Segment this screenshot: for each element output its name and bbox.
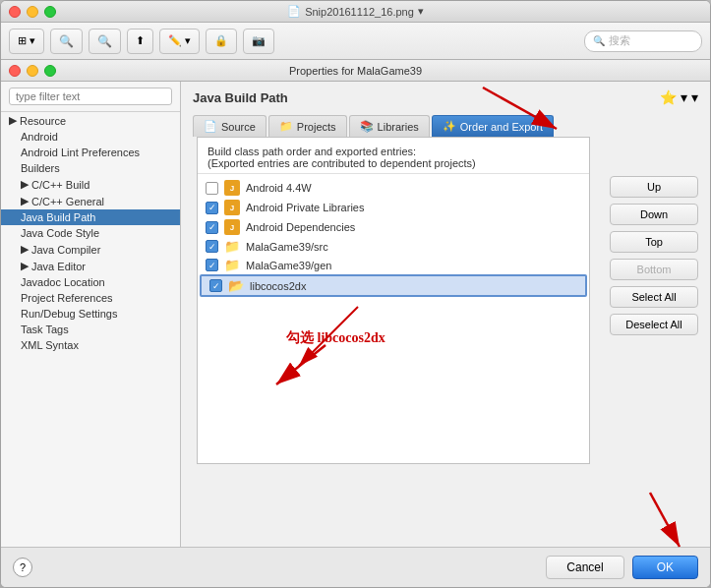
item-label: MalaGame39/src [246,241,328,253]
header-icon-2[interactable]: ▾ [681,89,687,105]
edit-button[interactable]: ✏️▾ [159,29,200,54]
search-placeholder: 搜索 [609,33,630,48]
right-panel: Java Build Path ⭐ ▾ ▾ 📄 Source [181,82,710,547]
item-label: Android 4.4W [246,182,312,194]
item-checkbox-android44w[interactable] [206,182,218,195]
zoom-in-icon: 🔍 [97,34,112,48]
nav-button[interactable]: ⊞▾ [9,29,44,54]
zoom-out-button[interactable]: 🔍 [50,29,83,54]
search-icon: 🔍 [593,35,605,46]
window-maximize-button[interactable] [44,65,56,77]
sidebar-item-javadoc[interactable]: Javadoc Location [1,274,180,290]
window-minimize-button[interactable] [27,65,38,77]
panel-inner: Java Build Path ⭐ ▾ ▾ 📄 Source [181,82,710,547]
tab-source[interactable]: 📄 Source [193,115,267,137]
item-checkbox-private-libs[interactable] [206,202,218,214]
content-description: Build class path order and exported entr… [198,138,589,174]
list-item: J Android Dependencies [198,217,589,237]
sidebar-item-cpp-general[interactable]: ▶ C/C++ General [1,193,180,209]
sidebar-item-java-code-style[interactable]: Java Code Style [1,225,180,241]
list-item: J Android 4.4W [198,178,589,198]
deselect-all-button[interactable]: Deselect All [610,314,698,335]
tree-arrow-icon: ▶ [21,243,29,256]
sidebar-item-java-editor[interactable]: ▶ Java Editor [1,258,180,274]
sidebar-item-java-build-path[interactable]: Java Build Path [1,209,180,225]
item-checkbox-src[interactable] [206,240,218,253]
sidebar-item-xml-syntax[interactable]: XML Syntax [1,337,180,353]
list-item: 📁 MalaGame39/gen [198,256,589,274]
folder-icon: 📁 [224,258,240,272]
window-close-button[interactable] [9,65,21,77]
jar-icon: J [224,180,240,196]
dropdown-arrow-icon[interactable]: ▾ [418,5,424,18]
sidebar-item-resource[interactable]: ▶ Resource [1,112,180,129]
traffic-lights [9,6,56,18]
search-box[interactable]: 🔍 搜索 [584,30,702,52]
window-traffic-lights [9,65,56,77]
item-checkbox-android-deps[interactable] [206,221,218,234]
bottom-bar: ? Cancel OK [1,547,710,587]
toolbar: ⊞▾ 🔍 🔍 ⬆ ✏️▾ 🔒 📷 🔍 搜索 [1,23,710,60]
screenshot-button[interactable]: 📷 [243,29,274,54]
lock-icon: 🔒 [214,34,228,47]
sidebar-item-cpp-build[interactable]: ▶ C/C++ Build [1,176,180,193]
share-icon: ⬆ [136,34,145,47]
panel-header: Java Build Path ⭐ ▾ ▾ [181,82,710,109]
help-button[interactable]: ? [13,558,32,577]
sidebar-item-builders[interactable]: Builders [1,160,180,176]
item-checkbox-libcocos2dx[interactable] [209,279,222,292]
filename-label: Snip20161112_16.png [305,6,414,18]
jar-icon: J [224,219,240,235]
file-icon: 📄 [287,5,301,18]
maximize-button[interactable] [44,6,56,18]
tabs-container: 📄 Source 📁 Projects 📚 Libraries ✨ [181,109,710,137]
order-export-icon: ✨ [443,120,456,133]
select-all-button[interactable]: Select All [610,286,698,308]
ok-button[interactable]: OK [632,556,698,579]
title-bar: 📄 Snip20161112_16.png ▾ [1,1,710,23]
tabs-row: 📄 Source 📁 Projects 📚 Libraries ✨ [193,115,698,137]
sidebar-item-project-references[interactable]: Project References [1,290,180,306]
panel-body: ▶ Resource Android Android Lint Preferen… [1,82,710,547]
zoom-in-button[interactable]: 🔍 [89,29,121,54]
top-button[interactable]: Top [610,231,698,253]
bottom-buttons: Cancel OK [546,556,698,579]
header-icon-1[interactable]: ⭐ [660,89,677,105]
close-button[interactable] [9,6,21,18]
list-item: J Android Private Libraries [198,198,589,217]
tab-libraries[interactable]: 📚 Libraries [349,115,430,137]
content-area: Build class path order and exported entr… [197,137,590,464]
header-icon-3[interactable]: ▾ [691,89,698,105]
sidebar-filter-area [1,82,180,112]
sidebar-item-java-compiler[interactable]: ▶ Java Compiler [1,241,180,258]
properties-title-bar: Properties for MalaGame39 [1,60,710,82]
list-item: 📁 MalaGame39/src [198,237,589,256]
minimize-button[interactable] [27,6,38,18]
panel-title: Java Build Path [193,90,288,105]
item-label: Android Dependencies [246,221,355,233]
projects-icon: 📁 [279,120,293,133]
lock-button[interactable]: 🔒 [206,29,237,54]
tree-arrow-icon: ▶ [9,114,17,127]
content-list: J Android 4.4W J Android Private Librari… [198,174,589,463]
sidebar-item-task-tags[interactable]: Task Tags [1,322,180,337]
source-icon: 📄 [204,120,217,133]
libraries-icon: 📚 [360,120,374,133]
sidebar-item-run-debug[interactable]: Run/Debug Settings [1,306,180,322]
tab-order-export[interactable]: ✨ Order and Export [432,115,554,137]
tab-projects[interactable]: 📁 Projects [268,115,347,137]
sidebar-item-android[interactable]: Android [1,129,180,145]
down-button[interactable]: Down [610,204,698,225]
item-label: Android Private Libraries [246,202,364,213]
up-button[interactable]: Up [610,176,698,198]
tree-arrow-icon: ▶ [21,178,29,191]
filter-input[interactable] [9,88,172,105]
nav-dropdown: ▾ [30,34,35,47]
sidebar-item-android-lint[interactable]: Android Lint Preferences [1,145,180,160]
share-button[interactable]: ⬆ [127,29,153,54]
cancel-button[interactable]: Cancel [546,556,623,579]
item-checkbox-gen[interactable] [206,259,218,271]
camera-icon: 📷 [252,34,266,47]
bottom-button[interactable]: Bottom [610,259,698,280]
tree-arrow-icon: ▶ [21,195,29,207]
